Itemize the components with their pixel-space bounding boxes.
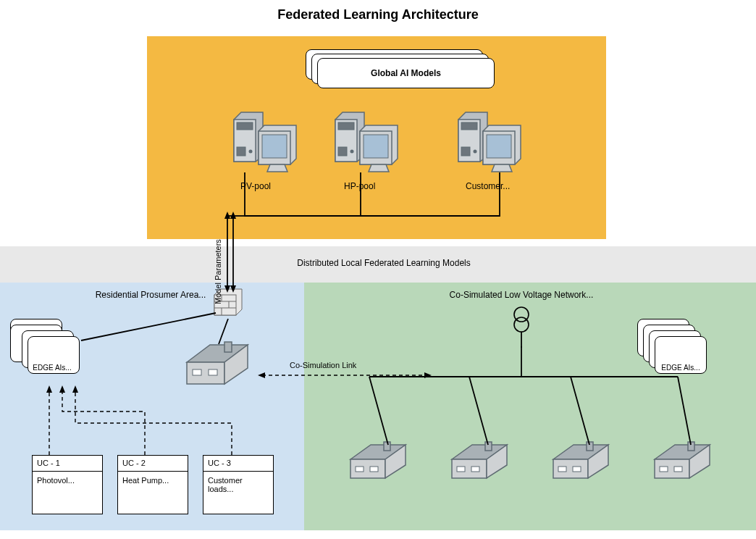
svg-line-86 [678, 377, 691, 445]
svg-marker-78 [72, 385, 78, 393]
svg-marker-76 [46, 385, 52, 393]
svg-marker-79 [258, 372, 265, 378]
svg-marker-68 [224, 212, 230, 219]
connections-layer [0, 0, 756, 539]
svg-line-84 [469, 377, 488, 445]
svg-marker-69 [224, 285, 230, 293]
svg-line-83 [369, 377, 388, 445]
svg-marker-77 [59, 385, 65, 393]
svg-line-74 [219, 319, 228, 344]
svg-marker-72 [230, 285, 236, 293]
svg-marker-71 [230, 212, 236, 219]
svg-line-75 [81, 313, 216, 340]
svg-line-85 [571, 377, 589, 445]
